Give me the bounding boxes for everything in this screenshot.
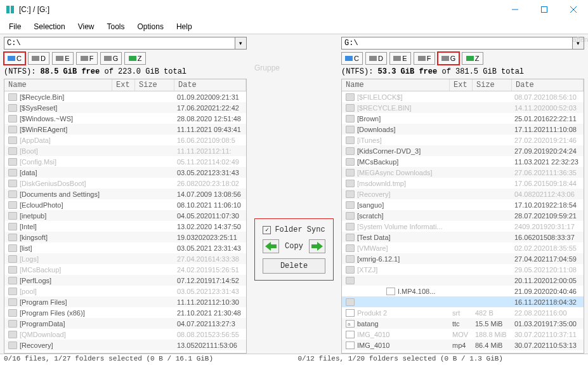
right-drive-g[interactable]: G bbox=[438, 52, 459, 65]
minimize-button[interactable] bbox=[500, 0, 530, 19]
left-path-input[interactable] bbox=[4, 37, 235, 50]
folder-sync-checkbox[interactable]: ✓ bbox=[263, 226, 271, 234]
list-row[interactable]: [pool]03.05.202123:31:43 bbox=[4, 286, 246, 296]
list-row[interactable]: 20.11.202012:00:05 bbox=[342, 275, 584, 286]
list-row[interactable]: [$WinREAgent]11.11.2021 09:43:41 bbox=[4, 124, 246, 135]
menu-file[interactable]: File bbox=[3, 21, 27, 32]
list-row[interactable]: [KidsCorner-DVD_3]27.09.201920:24:24 bbox=[342, 145, 584, 156]
list-row[interactable]: [list]03.05.2021 23:31:43 bbox=[4, 242, 246, 253]
list-row[interactable]: [System Volume Informati...2409.201920:3… bbox=[342, 221, 584, 232]
status-left: 0/16 files, 1/27 folders selected (0 B /… bbox=[0, 354, 294, 365]
copy-left-button[interactable] bbox=[263, 239, 279, 253]
list-row[interactable]: [AppData]16.06.202109:08:5 bbox=[4, 135, 246, 145]
list-row[interactable]: [Test Data]16.06201508:33:37 bbox=[342, 232, 584, 242]
copy-right-button[interactable] bbox=[309, 239, 325, 253]
col-date[interactable]: Date bbox=[512, 79, 584, 91]
list-row[interactable]: [Recovery]13.05202111:53:06 bbox=[4, 340, 246, 350]
folder-icon bbox=[8, 244, 17, 252]
right-drive-c[interactable]: C bbox=[341, 52, 363, 65]
col-ext[interactable]: Ext bbox=[450, 79, 473, 91]
list-row[interactable]: [$SysReset]17.06.202021:22:42 bbox=[4, 102, 246, 113]
list-row[interactable]: Produkt 2srt482 B22.08.202116:00 bbox=[342, 307, 584, 318]
list-row[interactable]: [Downloads]17.11.202111:10:08 bbox=[342, 124, 584, 135]
list-row[interactable]: [PerfLogs]07.12.201917:14:52 bbox=[4, 275, 246, 286]
right-rows[interactable]: [$FILELOCK$]08.07.202108:56:10[$RECYCLE.… bbox=[342, 91, 584, 353]
col-size[interactable]: Size bbox=[135, 79, 174, 91]
maximize-button[interactable] bbox=[530, 0, 559, 19]
left-drive-g[interactable]: G bbox=[100, 52, 122, 65]
list-row[interactable]: [XTZJ]29.05.202120:11:08 bbox=[342, 264, 584, 275]
left-drive-c[interactable]: C bbox=[4, 52, 25, 65]
folder-icon bbox=[346, 126, 355, 133]
list-row[interactable]: [Config.Msi]05.11.202114:02:49 bbox=[4, 156, 246, 167]
list-row[interactable]: [sanguo]17.10.201922:18:54 bbox=[342, 199, 584, 210]
left-drive-d[interactable]: D bbox=[28, 52, 49, 65]
right-drive-z[interactable]: Z bbox=[462, 52, 483, 65]
col-name[interactable]: Name bbox=[4, 79, 112, 91]
menu-tools[interactable]: Tools bbox=[101, 21, 131, 32]
list-row[interactable]: [$FILELOCK$]08.07.202108:56:10 bbox=[342, 91, 584, 102]
folder-icon bbox=[346, 277, 355, 284]
close-button[interactable] bbox=[559, 0, 588, 19]
left-path-dropdown[interactable]: ▾ bbox=[235, 37, 247, 50]
right-drive-e[interactable]: E bbox=[389, 52, 411, 65]
list-row[interactable]: [ProgramData]04.07.202113:27:3 bbox=[4, 318, 246, 329]
list-row[interactable]: [DiskGeniusDosBoot]26.082020:23:18:02 bbox=[4, 178, 246, 189]
list-row[interactable]: [Intel]13.02.2020 14:37:50 bbox=[4, 221, 246, 232]
left-drive-e[interactable]: E bbox=[52, 52, 74, 65]
menu-selection[interactable]: Selection bbox=[27, 21, 71, 32]
list-row[interactable]: [$RECYCLE.BIN]14.11.202000:52:03 bbox=[342, 102, 584, 113]
left-rows[interactable]: [$Recycle.Bin]01.09.202009:21:31[$SysRes… bbox=[4, 91, 246, 353]
list-row[interactable]: [MCsBackup]11.03.2021 22:32:23 bbox=[342, 156, 584, 167]
menu-help[interactable]: Help bbox=[170, 21, 199, 32]
folder-icon bbox=[346, 266, 355, 274]
col-name[interactable]: Name bbox=[342, 79, 450, 91]
col-ext[interactable]: Ext bbox=[112, 79, 135, 91]
list-row[interactable]: [$Recycle.Bin]01.09.202009:21:31 bbox=[4, 91, 246, 102]
list-row[interactable]: [Logs]27.04.201614:33:38 bbox=[4, 253, 246, 264]
list-row[interactable]: [Documents and Settings]14.07.2009 13:08… bbox=[4, 189, 246, 199]
sync-box: ✓ Folder Sync Copy Delete bbox=[254, 218, 333, 281]
list-row[interactable]: [scratch]28.07.202109:59:21 bbox=[342, 210, 584, 221]
col-date[interactable]: Date bbox=[174, 79, 246, 91]
list-row[interactable]: [Recovery]04.08202112:43:06 bbox=[342, 189, 584, 199]
list-row[interactable]: [Program Files]11.11.202112:10:30 bbox=[4, 296, 246, 307]
delete-button[interactable]: Delete bbox=[263, 258, 325, 274]
gruppe-label: Gruppe bbox=[251, 63, 280, 72]
right-drive-f[interactable]: F bbox=[414, 52, 435, 65]
list-row[interactable]: [$Windows.~WS]28.08.2020 12:51:48 bbox=[4, 113, 246, 124]
folder-icon bbox=[346, 180, 355, 187]
left-drive-z[interactable]: Z bbox=[124, 52, 146, 65]
left-drive-f[interactable]: F bbox=[76, 52, 98, 65]
list-row[interactable]: [msdownld.tmp]17.06.201509:18:44 bbox=[342, 178, 584, 189]
list-row[interactable]: 16.11.202118:04:32 bbox=[342, 296, 584, 307]
list-row[interactable]: [Brown]25.01.201622:22:11 bbox=[342, 113, 584, 124]
list-row[interactable]: [EcloudPhoto]08.10.2021 11:06:10 bbox=[4, 199, 246, 210]
folder-sync-label: Folder Sync bbox=[275, 225, 325, 234]
list-row[interactable]: [inetpub]04.05.202011:07:30 bbox=[4, 210, 246, 221]
list-row[interactable]: [MCsBackup]24.02.201915:26:51 bbox=[4, 264, 246, 275]
list-row[interactable]: [data]03.05.202123:31:43 bbox=[4, 167, 246, 178]
list-row[interactable]: [xmrig-6.12.1]27.04.202117:04:59 bbox=[342, 253, 584, 264]
list-row[interactable]: I.MP4.108...21.09.202020:40:46 bbox=[342, 286, 584, 296]
list-row[interactable]: IMG_4010MOV188.8 MiB30.07.202110:37:11 bbox=[342, 329, 584, 340]
menu-view[interactable]: View bbox=[72, 21, 101, 32]
drive-icon bbox=[441, 56, 449, 61]
col-size[interactable]: Size bbox=[473, 79, 512, 91]
right-drive-d[interactable]: D bbox=[365, 52, 387, 65]
list-row[interactable]: [QMDownload]08.08.201523:56:55 bbox=[4, 329, 246, 340]
list-row[interactable]: [iTunes]27.02.202019:21:46 bbox=[342, 135, 584, 145]
folder-icon bbox=[8, 266, 17, 274]
folder-icon bbox=[8, 147, 17, 155]
list-row[interactable]: [kingsoft]19.03202023:25:11 bbox=[4, 232, 246, 242]
right-path-input[interactable] bbox=[341, 37, 573, 50]
drive-icon bbox=[345, 56, 353, 61]
list-row[interactable]: batangttc15.5 MiB01.03.201917:35:00 bbox=[342, 318, 584, 329]
list-row[interactable]: [Program Files (x86)]21.10.2021 21:30:48 bbox=[4, 307, 246, 318]
folder-icon bbox=[346, 298, 355, 306]
menu-options[interactable]: Options bbox=[131, 21, 170, 32]
list-row[interactable]: [Boot]11.11.202112:11: bbox=[4, 145, 246, 156]
list-row[interactable]: IMG_4010mp486.4 MiB30.07.202110:53:13 bbox=[342, 340, 584, 350]
list-row[interactable]: [VMWare]02.02.202018:35:55 bbox=[342, 242, 584, 253]
list-row[interactable]: [MEGAsync Downloads]27.06.202111:36:35 bbox=[342, 167, 584, 178]
